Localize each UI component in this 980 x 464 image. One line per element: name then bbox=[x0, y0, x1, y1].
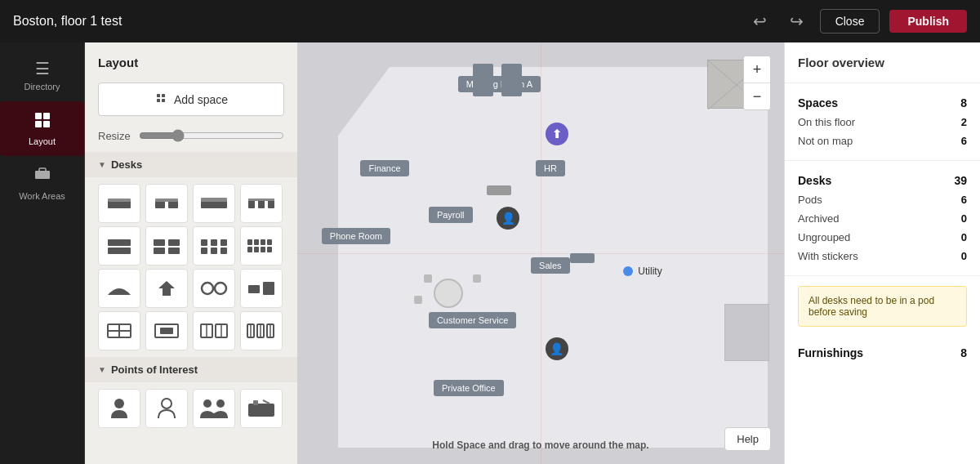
publish-button[interactable]: Publish bbox=[889, 10, 967, 33]
svg-rect-10 bbox=[108, 199, 131, 202]
room-label-meeting[interactable]: Meeting Room A bbox=[458, 76, 541, 92]
close-button[interactable]: Close bbox=[820, 9, 880, 33]
desk-item[interactable] bbox=[193, 269, 235, 308]
crosshair-horizontal bbox=[297, 253, 784, 254]
svg-rect-24 bbox=[154, 248, 165, 254]
layout-panel: Layout Add space Resize ▼ Desks bbox=[85, 42, 297, 464]
svg-rect-8 bbox=[162, 99, 165, 102]
map-canvas: Meeting Room A Finance HR Payroll Phone … bbox=[297, 42, 784, 464]
desks-section-label: Desks bbox=[111, 158, 142, 171]
svg-rect-3 bbox=[43, 121, 50, 127]
svg-rect-29 bbox=[201, 248, 207, 254]
desk-item[interactable] bbox=[98, 226, 140, 265]
svg-point-61 bbox=[203, 399, 212, 408]
chair bbox=[414, 296, 422, 304]
desk-item[interactable] bbox=[145, 184, 188, 223]
nav-icon-elevator[interactable]: ⬆ bbox=[546, 123, 568, 145]
desk-item[interactable] bbox=[240, 226, 283, 265]
resize-row: Resize bbox=[85, 129, 297, 152]
sidebar-item-layout[interactable]: Layout bbox=[0, 101, 84, 156]
main-content: ☰ Directory Layout Work Areas Layout Add… bbox=[0, 42, 980, 464]
warning-text: All desks need to be in a pod before sav… bbox=[808, 295, 934, 318]
svg-point-62 bbox=[216, 399, 225, 408]
furnishings-value: 8 bbox=[960, 346, 967, 359]
on-this-floor-row: On this floor 2 bbox=[798, 113, 967, 132]
sidebar-item-directory[interactable]: ☰ Directory bbox=[0, 49, 84, 101]
desks-section: Desks 39 Pods 6 Archived 0 Ungrouped 0 W… bbox=[785, 161, 980, 276]
room-label-phone-room[interactable]: Phone Room bbox=[322, 228, 390, 244]
desk-block bbox=[570, 253, 595, 263]
warning-box: All desks need to be in a pod before sav… bbox=[798, 286, 967, 327]
sidebar-item-work-areas[interactable]: Work Areas bbox=[0, 156, 84, 211]
resize-label: Resize bbox=[98, 130, 131, 142]
svg-rect-1 bbox=[43, 113, 50, 119]
map-area[interactable]: Meeting Room A Finance HR Payroll Phone … bbox=[297, 42, 784, 464]
room-label-hr[interactable]: HR bbox=[536, 160, 565, 176]
desk-item[interactable] bbox=[193, 226, 235, 265]
desks-grid bbox=[85, 177, 297, 357]
svg-rect-22 bbox=[154, 239, 165, 246]
svg-rect-31 bbox=[220, 248, 227, 254]
zoom-in-button[interactable]: + bbox=[744, 56, 770, 83]
poi-item[interactable] bbox=[98, 389, 140, 428]
on-this-floor-value: 2 bbox=[961, 116, 967, 128]
poi-item[interactable] bbox=[145, 389, 188, 428]
ungrouped-row: Ungrouped 0 bbox=[798, 228, 967, 247]
work-areas-icon bbox=[33, 166, 51, 188]
svg-rect-6 bbox=[162, 94, 165, 97]
svg-rect-64 bbox=[253, 400, 258, 405]
room-label-customer-service[interactable]: Customer Service bbox=[429, 312, 516, 328]
not-on-map-row: Not on map 6 bbox=[798, 132, 967, 150]
spaces-value: 8 bbox=[960, 96, 967, 109]
desk-item[interactable] bbox=[240, 184, 283, 223]
topbar-actions: ↩ ↪ Close Publish bbox=[746, 8, 967, 34]
poi-item[interactable] bbox=[193, 389, 235, 428]
furnishings-row: Furnishings 8 bbox=[785, 337, 980, 369]
resize-slider[interactable] bbox=[139, 129, 284, 142]
desk-item[interactable] bbox=[193, 184, 235, 223]
add-space-label: Add space bbox=[174, 93, 228, 106]
desk-item[interactable] bbox=[193, 311, 235, 350]
on-this-floor-label: On this floor bbox=[798, 116, 855, 128]
desks-stat-label: Desks bbox=[798, 174, 831, 187]
svg-rect-43 bbox=[263, 282, 274, 295]
desk-item[interactable] bbox=[240, 311, 283, 350]
room-label-finance[interactable]: Finance bbox=[360, 160, 408, 176]
poi-item[interactable] bbox=[240, 389, 283, 428]
furnishings-label: Furnishings bbox=[798, 346, 863, 359]
page-title: Boston, floor 1 test bbox=[13, 14, 122, 29]
svg-rect-16 bbox=[248, 200, 255, 208]
desk-item[interactable] bbox=[98, 269, 140, 308]
nav-icon-person2[interactable]: 👤 bbox=[546, 337, 568, 360]
not-on-map-value: 6 bbox=[961, 135, 967, 147]
svg-rect-32 bbox=[247, 239, 252, 245]
with-stickers-value: 0 bbox=[961, 250, 967, 262]
points-of-interest-header[interactable]: ▼ Points of Interest bbox=[85, 357, 297, 382]
svg-rect-0 bbox=[35, 113, 42, 119]
room-label-payroll[interactable]: Payroll bbox=[429, 207, 473, 223]
poi-chevron-icon: ▼ bbox=[98, 365, 106, 374]
spaces-section: Spaces 8 On this floor 2 Not on map 6 bbox=[785, 83, 980, 161]
zoom-out-button[interactable]: − bbox=[744, 83, 770, 109]
desk-item[interactable] bbox=[98, 311, 140, 350]
room-label-sales[interactable]: Sales bbox=[531, 257, 570, 274]
desk-item[interactable] bbox=[98, 184, 140, 223]
svg-rect-33 bbox=[254, 239, 259, 245]
desks-stat-value: 39 bbox=[954, 174, 967, 187]
desk-item[interactable] bbox=[145, 311, 188, 350]
desk-item[interactable] bbox=[240, 269, 283, 308]
floor-overview-header: Floor overview bbox=[785, 42, 980, 83]
round-table bbox=[434, 279, 463, 308]
add-space-button[interactable]: Add space bbox=[98, 83, 284, 116]
archived-row: Archived 0 bbox=[798, 209, 967, 228]
add-space-icon bbox=[154, 91, 167, 107]
desk-item[interactable] bbox=[145, 226, 188, 265]
pods-row: Pods 6 bbox=[798, 190, 967, 209]
help-button[interactable]: Help bbox=[724, 427, 771, 451]
redo-button[interactable]: ↪ bbox=[783, 8, 810, 34]
desk-block bbox=[473, 64, 493, 96]
desks-section-header[interactable]: ▼ Desks bbox=[85, 152, 297, 177]
room-label-private-office[interactable]: Private Office bbox=[434, 380, 504, 396]
undo-button[interactable]: ↩ bbox=[746, 8, 773, 34]
desk-item[interactable] bbox=[145, 269, 188, 308]
